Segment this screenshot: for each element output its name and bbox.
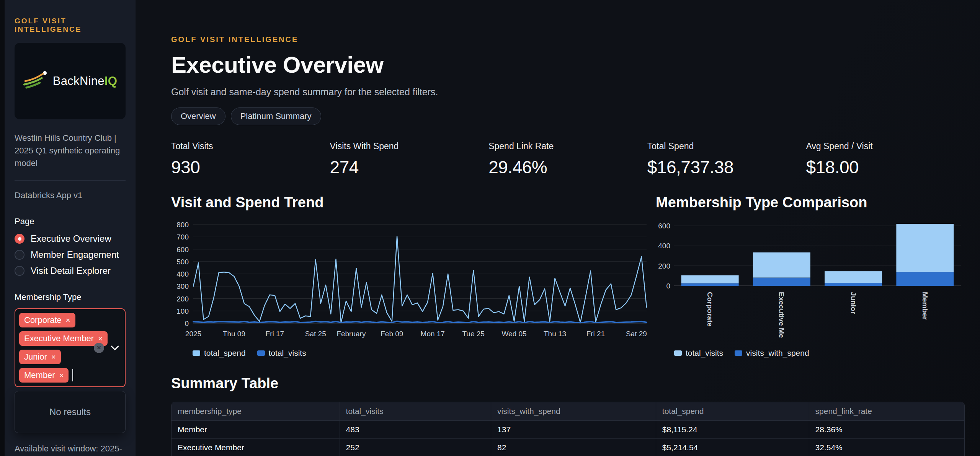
svg-text:Fri 17: Fri 17 <box>266 330 284 338</box>
table-cell: $8,115.24 <box>656 421 809 439</box>
table-cell: $5,214.54 <box>656 439 809 456</box>
bar-chart-section: Membership Type Comparison 0200400600Cor… <box>656 194 965 358</box>
charts-row: Visit and Spend Trend 010020030040050060… <box>171 194 965 358</box>
metric-value: $16,737.38 <box>647 157 806 178</box>
tag-label: Member <box>24 370 55 380</box>
legend-swatch <box>193 350 200 356</box>
page-subtitle: Golf visit and same-day spend summary fo… <box>171 86 965 98</box>
svg-text:Executive Member: Executive Member <box>777 292 786 338</box>
tag-remove-icon[interactable]: × <box>59 371 64 380</box>
radio-unselected-icon[interactable] <box>15 250 24 260</box>
radio-option-member-engagement[interactable]: Member Engagement <box>15 249 126 260</box>
metric-label: Spend Link Rate <box>488 141 647 151</box>
svg-text:Fri 21: Fri 21 <box>586 330 605 338</box>
legend-label: total_visits <box>269 349 306 358</box>
legend-swatch <box>735 350 742 356</box>
clear-all-icon[interactable]: ✕ <box>94 343 104 353</box>
visit-spend-trend-chart: 01002003004005006007008002025Thu 09Fri 1… <box>171 220 649 340</box>
membership-multiselect[interactable]: Corporate×Executive Member×Junior×Member… <box>15 308 126 387</box>
tag-remove-icon[interactable]: × <box>66 316 70 325</box>
legend-item-total-spend: total_spend <box>193 349 246 358</box>
radio-option-executive-overview[interactable]: Executive Overview <box>15 233 126 244</box>
text-cursor <box>72 369 73 381</box>
table-cell: 137 <box>491 421 656 439</box>
tag-remove-icon[interactable]: × <box>98 334 103 343</box>
table-cell: 82 <box>491 439 656 456</box>
logo-card: BackNineIQ <box>15 43 126 119</box>
svg-text:400: 400 <box>658 242 670 250</box>
view-pills: OverviewPlatinum Summary <box>171 107 965 125</box>
legend-label: total_visits <box>686 349 723 358</box>
no-results-text: No results <box>49 407 91 417</box>
svg-text:Member: Member <box>921 292 929 320</box>
metric-avg-spend-visit: Avg Spend / Visit$18.00 <box>806 141 965 178</box>
main-content: GOLF VISIT INTELLIGENCE Executive Overvi… <box>136 0 980 456</box>
svg-text:Sat 29: Sat 29 <box>626 330 647 338</box>
column-header-total-spend[interactable]: total_spend <box>656 402 809 421</box>
legend-item-total-visits: total_visits <box>257 349 306 358</box>
svg-text:2025: 2025 <box>185 330 201 338</box>
metric-label: Total Spend <box>647 141 806 151</box>
metric-value: 930 <box>171 157 330 178</box>
pill-platinum-summary[interactable]: Platinum Summary <box>231 107 321 125</box>
line-chart-section: Visit and Spend Trend 010020030040050060… <box>171 194 649 358</box>
svg-text:0: 0 <box>185 319 189 327</box>
backnineiq-logo-icon <box>23 70 48 93</box>
metric-value: $18.00 <box>806 157 965 178</box>
radio-option-visit-detail-explorer[interactable]: Visit Detail Explorer <box>15 265 126 276</box>
logo-wordmark: BackNineIQ <box>53 74 117 88</box>
tag-label: Executive Member <box>24 334 94 344</box>
legend-item-total-visits: total_visits <box>674 349 723 358</box>
table-cell: 483 <box>340 421 491 439</box>
table-cell: 28.36% <box>809 421 964 439</box>
radio-label: Executive Overview <box>31 233 111 244</box>
filter-tag-member[interactable]: Member× <box>19 368 69 383</box>
svg-text:700: 700 <box>176 233 189 241</box>
chevron-down-icon[interactable] <box>110 342 119 353</box>
svg-text:200: 200 <box>658 262 670 270</box>
svg-text:Junior: Junior <box>849 292 858 314</box>
multiselect-dropdown: No results <box>15 391 126 433</box>
metric-total-spend: Total Spend$16,737.38 <box>647 141 806 178</box>
radio-label: Visit Detail Explorer <box>31 265 111 276</box>
visit-window-caption: Available visit window: 2025-01-01 to 20… <box>15 442 126 456</box>
legend-item-visits-with-spend: visits_with_spend <box>735 349 809 358</box>
svg-text:400: 400 <box>176 270 189 278</box>
metric-value: 29.46% <box>488 157 647 178</box>
filter-tag-junior[interactable]: Junior× <box>19 350 61 364</box>
sidebar: GOLF VISIT INTELLIGENCE BackNineIQ Westl… <box>5 0 136 456</box>
svg-text:200: 200 <box>176 295 189 303</box>
membership-type-label: Membership Type <box>15 292 126 302</box>
table-cell: Member <box>172 421 340 439</box>
club-caption: Westlin Hills Country Club | 2025 Q1 syn… <box>15 132 126 169</box>
column-header-spend-link-rate[interactable]: spend_link_rate <box>809 402 964 421</box>
selected-tags: Corporate×Executive Member×Junior×Member… <box>19 313 93 383</box>
svg-text:Thu 09: Thu 09 <box>223 330 245 338</box>
filter-tag-corporate[interactable]: Corporate× <box>19 313 75 327</box>
multiselect-controls: ✕ <box>94 342 119 353</box>
metric-spend-link-rate: Spend Link Rate29.46% <box>488 141 647 178</box>
metric-label: Visits With Spend <box>330 141 489 151</box>
table-header-row: membership_typetotal_visitsvisits_with_s… <box>172 402 964 421</box>
svg-text:500: 500 <box>176 258 189 266</box>
pill-overview[interactable]: Overview <box>171 107 225 125</box>
table-row-executive-member: Executive Member25282$5,214.5432.54% <box>172 439 964 456</box>
tag-label: Junior <box>24 352 47 362</box>
bar-chart-legend: total_visitsvisits_with_spend <box>674 349 965 358</box>
window-edge <box>0 0 5 456</box>
summary-table-title: Summary Table <box>171 375 965 392</box>
svg-text:Mon 17: Mon 17 <box>421 330 445 338</box>
column-header-visits-with-spend[interactable]: visits_with_spend <box>491 402 656 421</box>
tag-remove-icon[interactable]: × <box>51 353 56 362</box>
legend-label: visits_with_spend <box>746 349 809 358</box>
radio-selected-icon[interactable] <box>15 234 24 244</box>
svg-text:Sat 25: Sat 25 <box>305 330 326 338</box>
bar-chart-title: Membership Type Comparison <box>656 194 965 211</box>
column-header-membership-type[interactable]: membership_type <box>172 402 340 421</box>
app-version: Databricks App v1 <box>15 191 126 200</box>
radio-unselected-icon[interactable] <box>15 266 24 276</box>
column-header-total-visits[interactable]: total_visits <box>340 402 491 421</box>
svg-text:0: 0 <box>666 282 670 290</box>
metric-label: Avg Spend / Visit <box>806 141 965 151</box>
svg-text:Corporate: Corporate <box>706 292 714 327</box>
